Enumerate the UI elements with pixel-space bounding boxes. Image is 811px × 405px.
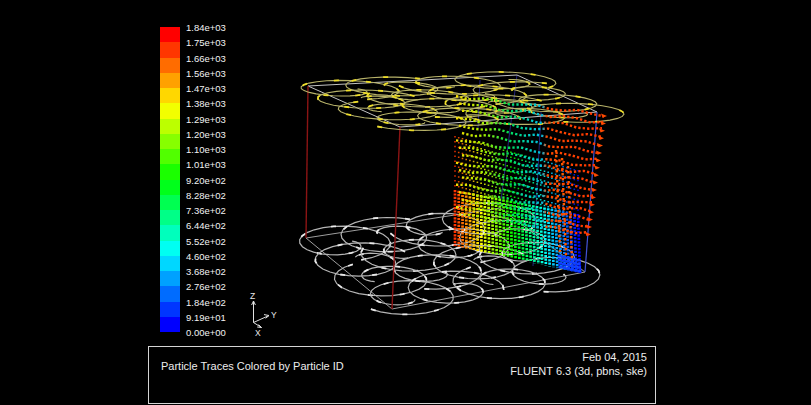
caption-solver: FLUENT 6.3 (3d, pbns, ske) xyxy=(510,364,647,378)
colorbar-band xyxy=(160,241,180,256)
colorbar-tick-label: 1.20e+03 xyxy=(186,129,226,140)
colorbar-tick-label: 1.66e+03 xyxy=(186,53,226,64)
colorbar-tick-label: 9.20e+02 xyxy=(186,175,226,186)
colorbar-tick-label: 6.44e+02 xyxy=(186,220,226,231)
colorbar-band xyxy=(160,27,180,42)
colorbar-tick-label: 1.56e+03 xyxy=(186,68,226,79)
colorbar-tick-label: 1.84e+02 xyxy=(186,297,226,308)
colorbar-band xyxy=(160,149,180,164)
colorbar-band xyxy=(160,302,180,317)
colorbar-band xyxy=(160,210,180,225)
colorbar-band xyxy=(160,103,180,118)
top-face-spirals xyxy=(301,72,624,130)
caption-title: Particle Traces Colored by Particle ID xyxy=(161,360,344,372)
colorbar-tick-label: 1.29e+03 xyxy=(186,114,226,125)
colorbar-band xyxy=(160,317,180,332)
colorbar-band xyxy=(160,271,180,286)
colorbar-tick-label: 0.00e+00 xyxy=(186,327,226,338)
colorbar-band xyxy=(160,164,180,179)
colorbar-tick-label: 5.52e+02 xyxy=(186,236,226,247)
z-axis-label: Z xyxy=(250,291,255,301)
colorbar-band xyxy=(160,58,180,73)
colorbar-tick-label: 7.36e+02 xyxy=(186,205,226,216)
colorbar-tick-label: 1.10e+03 xyxy=(186,144,226,155)
colorbar-band xyxy=(160,195,180,210)
fluent-graphics-window: Z Y X 1.84e+031.75e+031.66e+031.56e+031.… xyxy=(0,0,811,405)
axis-triad: Z Y X xyxy=(250,291,277,338)
colorbar-band xyxy=(160,180,180,195)
colorbar-band xyxy=(160,225,180,240)
particle-curtain xyxy=(455,136,580,273)
colorbar-band xyxy=(160,119,180,134)
y-axis-label: Y xyxy=(271,310,277,320)
colorbar xyxy=(160,27,180,332)
x-axis-label: X xyxy=(255,328,261,338)
colorbar-tick-label: 9.19e+01 xyxy=(186,312,226,323)
particle-traces-3d-view[interactable]: Z Y X xyxy=(0,0,811,405)
colorbar-tick-label: 1.47e+03 xyxy=(186,83,226,94)
colorbar-band xyxy=(160,88,180,103)
colorbar-tick-label: 1.84e+03 xyxy=(186,22,226,33)
colorbar-band xyxy=(160,256,180,271)
colorbar-tick-label: 2.76e+02 xyxy=(186,281,226,292)
colorbar-band xyxy=(160,73,180,88)
colorbar-tick-label: 1.75e+03 xyxy=(186,37,226,48)
bottom-face-spirals xyxy=(300,203,600,314)
caption-date: Feb 04, 2015 xyxy=(510,350,647,364)
colorbar-tick-label: 8.28e+02 xyxy=(186,190,226,201)
y-axis-line xyxy=(254,316,270,323)
colorbar-tick-label: 3.68e+02 xyxy=(186,266,226,277)
colorbar-tick-label: 1.01e+03 xyxy=(186,159,226,170)
colorbar-band xyxy=(160,286,180,301)
colorbar-tick-label: 1.38e+03 xyxy=(186,98,226,109)
colorbar-band xyxy=(160,42,180,57)
caption-box: Particle Traces Colored by Particle ID F… xyxy=(148,346,656,404)
colorbar-tick-label: 4.60e+02 xyxy=(186,251,226,262)
colorbar-band xyxy=(160,134,180,149)
